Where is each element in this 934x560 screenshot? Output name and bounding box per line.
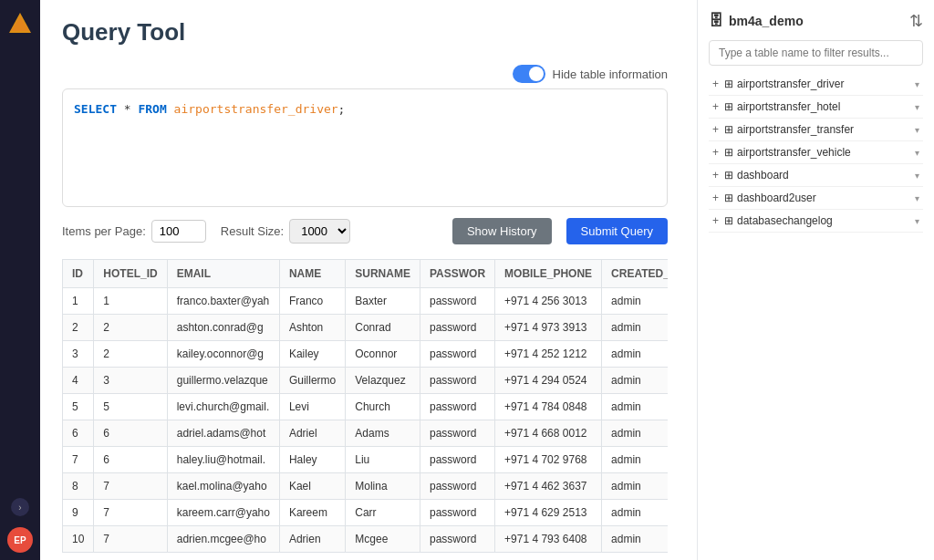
query-editor[interactable]: SELECT * FROM airportstransfer_driver; — [62, 88, 668, 207]
table-cell: +971 4 252 1212 — [495, 341, 602, 368]
table-cell: Kael — [279, 473, 345, 500]
toggle-row: Hide table information — [62, 65, 668, 83]
table-item-name: dashboard2user — [737, 192, 915, 204]
table-cell: admin — [602, 500, 668, 526]
table-cell: Ashton — [279, 315, 345, 341]
table-cell: password — [420, 526, 494, 553]
table-search-input[interactable] — [709, 40, 923, 66]
table-cell: Oconnor — [346, 341, 420, 368]
items-per-page-label: Items per Page: — [62, 224, 146, 238]
table-item-name: airportstransfer_hotel — [737, 100, 915, 113]
table-cell: admin — [602, 315, 668, 341]
table-row: 97kareem.carr@yahoKareemCarrpassword+971… — [63, 500, 669, 526]
column-header-createdby: CREATED_BY — [602, 260, 668, 288]
table-row: 107adrien.mcgee@hoAdrienMcgeepassword+97… — [63, 526, 669, 553]
table-cell: +971 4 973 3913 — [495, 315, 602, 341]
table-cell: franco.baxter@yah — [167, 288, 279, 315]
table-cell: Liu — [346, 447, 420, 473]
table-cell: levi.church@gmail. — [167, 394, 279, 420]
table-list-item[interactable]: +⊞dashboard▾ — [709, 164, 923, 187]
column-header-mobilephone: MOBILE_PHONE — [495, 260, 602, 288]
table-cell: admin — [602, 394, 668, 420]
chevron-down-icon: ▾ — [915, 125, 919, 135]
submit-query-button[interactable]: Submit Query — [566, 218, 668, 244]
table-cell: Adrien — [279, 526, 345, 553]
table-cell: Haley — [279, 447, 345, 473]
table-cell: 9 — [63, 500, 94, 526]
table-cell: 1 — [94, 288, 167, 315]
table-cell: kailey.oconnor@g — [167, 341, 279, 368]
table-icon: ⊞ — [724, 123, 733, 136]
items-per-page-input[interactable] — [151, 220, 206, 243]
table-cell: +971 4 462 3637 — [495, 473, 602, 500]
table-list-item[interactable]: +⊞airportstransfer_driver▾ — [709, 73, 923, 96]
table-cell: 1 — [63, 288, 94, 315]
table-cell: Levi — [279, 394, 345, 420]
hide-table-toggle[interactable] — [513, 65, 545, 83]
table-cell: 8 — [63, 473, 94, 500]
sort-icon[interactable]: ⇅ — [909, 11, 923, 31]
table-cell: 7 — [63, 447, 94, 473]
db-icon: 🗄 — [709, 13, 723, 29]
table-row: 76haley.liu@hotmail.HaleyLiupassword+971… — [63, 447, 669, 473]
app-logo — [7, 11, 33, 36]
table-list-item[interactable]: +⊞dashboard2user▾ — [709, 187, 923, 210]
chevron-down-icon: ▾ — [915, 193, 919, 203]
toggle-label: Hide table information — [553, 67, 668, 81]
table-cell: 10 — [63, 526, 94, 553]
table-item-name: dashboard — [737, 169, 915, 181]
expand-icon: + — [712, 123, 719, 136]
table-icon: ⊞ — [724, 214, 733, 227]
expand-icon: + — [712, 146, 719, 159]
table-cell: 7 — [94, 500, 167, 526]
table-cell: kareem.carr@yaho — [167, 500, 279, 526]
table-list: +⊞airportstransfer_driver▾+⊞airportstran… — [709, 73, 923, 233]
table-cell: adriel.adams@hot — [167, 420, 279, 447]
svg-marker-1 — [11, 16, 29, 31]
table-cell: 6 — [63, 420, 94, 447]
table-cell: 3 — [94, 368, 167, 394]
column-header-surname: SURNAME — [346, 260, 420, 288]
table-cell: +971 4 784 0848 — [495, 394, 602, 420]
table-header-row: IDHOTEL_IDEMAILNAMESURNAMEPASSWORMOBILE_… — [63, 260, 669, 288]
column-header-hotelid: HOTEL_ID — [94, 260, 167, 288]
table-row: 43guillermo.velazqueGuillermoVelazquezpa… — [63, 368, 669, 394]
table-item-name: databasechangelog — [737, 214, 915, 227]
sidebar-collapse-button[interactable]: › — [11, 498, 29, 516]
table-cell: 3 — [63, 341, 94, 368]
table-item-name: airportstransfer_transfer — [737, 123, 915, 136]
table-list-item[interactable]: +⊞airportstransfer_vehicle▾ — [709, 141, 923, 164]
table-cell: 5 — [63, 394, 94, 420]
table-cell: Molina — [346, 473, 420, 500]
results-table: IDHOTEL_IDEMAILNAMESURNAMEPASSWORMOBILE_… — [62, 259, 668, 553]
table-cell: 7 — [94, 526, 167, 553]
table-cell: haley.liu@hotmail. — [167, 447, 279, 473]
table-cell: admin — [602, 368, 668, 394]
table-cell: password — [420, 368, 494, 394]
table-cell: +971 4 294 0524 — [495, 368, 602, 394]
expand-icon: + — [712, 169, 719, 181]
show-history-button[interactable]: Show History — [452, 218, 552, 244]
table-cell: password — [420, 500, 494, 526]
result-size-select[interactable]: 1000 500 100 — [289, 219, 350, 244]
table-cell: admin — [602, 288, 668, 315]
table-cell: +971 4 668 0012 — [495, 420, 602, 447]
table-cell: Church — [346, 394, 420, 420]
controls-row: Items per Page: Result Size: 1000 500 10… — [62, 218, 668, 244]
table-list-item[interactable]: +⊞airportstransfer_hotel▾ — [709, 96, 923, 119]
table-cell: guillermo.velazque — [167, 368, 279, 394]
table-list-item[interactable]: +⊞databasechangelog▾ — [709, 210, 923, 233]
content-area: Query Tool Hide table information SELECT… — [40, 0, 934, 560]
table-icon: ⊞ — [724, 78, 733, 90]
table-cell: Conrad — [346, 315, 420, 341]
expand-icon: + — [712, 100, 719, 113]
table-cell: adrien.mcgee@ho — [167, 526, 279, 553]
table-cell: Guillermo — [279, 368, 345, 394]
table-cell: Kareem — [279, 500, 345, 526]
table-cell: 5 — [94, 394, 167, 420]
result-size-group: Result Size: 1000 500 100 — [221, 219, 350, 244]
query-star: * — [117, 102, 138, 116]
column-header-passwor: PASSWOR — [420, 260, 494, 288]
table-cell: 7 — [94, 473, 167, 500]
table-list-item[interactable]: +⊞airportstransfer_transfer▾ — [709, 119, 923, 141]
